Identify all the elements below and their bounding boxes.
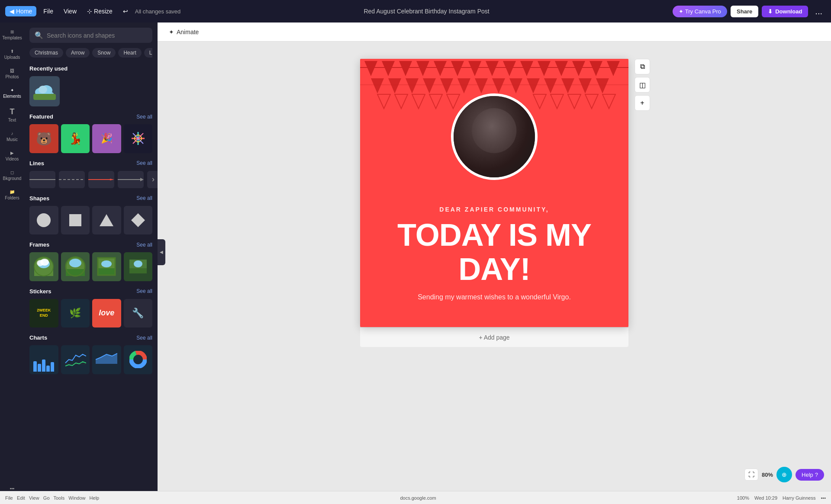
sidebar-item-videos[interactable]: ▶ Videos	[2, 147, 23, 165]
home-button[interactable]: ◀ Home	[5, 6, 36, 16]
tag-arrow[interactable]: Arrow	[66, 48, 90, 58]
frame-3[interactable]	[92, 252, 121, 281]
tag-snow[interactable]: Snow	[92, 48, 116, 58]
featured-item-3[interactable]: 🎉	[92, 124, 121, 153]
panel-toggle[interactable]: ◀	[158, 239, 165, 265]
charts-see-all[interactable]: See all	[136, 335, 152, 341]
download-label: Download	[775, 8, 802, 15]
sticker-3[interactable]: love	[92, 299, 121, 328]
shapes-section: Shapes See all	[29, 195, 152, 235]
profile-picture[interactable]	[451, 93, 538, 180]
canvas-tool-duplicate[interactable]: ◫	[635, 77, 650, 93]
shapes-see-all[interactable]: See all	[136, 195, 152, 201]
save-status: All changes saved	[135, 8, 181, 15]
download-button[interactable]: ⬇ Download	[762, 6, 808, 17]
document-title: Red August Celebrant Birthday Instagram …	[184, 8, 669, 15]
canvas-tool-copy[interactable]: ⧉	[635, 59, 650, 74]
frame-1[interactable]	[29, 252, 58, 281]
chart-bar[interactable]	[29, 345, 58, 374]
stickers-header: Stickers See all	[29, 288, 152, 295]
view-menu-button[interactable]: View	[60, 6, 80, 16]
elements-icon: ✦	[10, 88, 14, 93]
file-menu-button[interactable]: File	[40, 6, 57, 16]
help-label: Help	[802, 472, 813, 478]
more-label: ...	[815, 6, 822, 16]
svg-marker-78	[429, 94, 442, 109]
svg-point-28	[69, 259, 81, 267]
fit-button[interactable]: ⛶	[744, 469, 758, 481]
tag-christmas[interactable]: Christmas	[29, 48, 63, 58]
add-page-label: + Add page	[479, 334, 509, 341]
svg-marker-66	[457, 78, 470, 93]
zoom-controls: ⛶ 80% ⊕ Help ?	[744, 467, 824, 482]
sticker-2[interactable]: 🌿	[61, 299, 90, 328]
charts-title: Charts	[29, 334, 47, 341]
svg-marker-76	[395, 94, 408, 109]
stickers-see-all[interactable]: See all	[136, 288, 152, 294]
animate-button[interactable]: ✦ Animate	[164, 26, 203, 38]
more-options-button[interactable]: ...	[812, 5, 826, 18]
svg-marker-75	[377, 94, 390, 109]
svg-marker-70	[527, 78, 540, 93]
status-right: 100% Wed 10:29 Harry Guinness •••	[737, 495, 826, 501]
card-description: Sending my warmest wishes to a wonderful…	[377, 293, 611, 301]
frames-section: Frames See all	[29, 241, 152, 281]
sidebar-item-background[interactable]: ◻ Bkground	[2, 167, 23, 184]
star-icon: ✦	[679, 8, 683, 15]
shape-diamond[interactable]	[124, 206, 153, 235]
tag-heart[interactable]: Heart	[118, 48, 141, 58]
frames-see-all[interactable]: See all	[136, 242, 152, 248]
svg-marker-49	[416, 61, 429, 76]
resize-button[interactable]: ⊹ Resize	[84, 6, 116, 16]
shape-square[interactable]	[61, 206, 90, 235]
sticker-1[interactable]: 2WEEKEND	[29, 299, 58, 328]
featured-item-4[interactable]	[124, 124, 153, 153]
lines-see-all[interactable]: See all	[136, 160, 152, 166]
line-colored[interactable]	[88, 171, 114, 188]
view-label: View	[64, 8, 77, 15]
svg-rect-35	[129, 268, 147, 273]
sidebar-item-uploads[interactable]: ⬆ Uploads	[2, 45, 23, 63]
search-bar: 🔍	[29, 28, 152, 43]
design-card[interactable]: DEAR ZAPIER COMMUNITY, TODAY IS MY DAY! …	[360, 59, 628, 327]
canvas-workspace[interactable]: ⧉ ◫ +	[351, 42, 637, 491]
chart-line[interactable]	[61, 345, 90, 374]
sidebar-item-elements[interactable]: ✦ Elements	[2, 84, 23, 102]
canvas-tool-add[interactable]: +	[635, 95, 650, 111]
try-pro-button[interactable]: ✦ Try Canva Pro	[673, 6, 727, 17]
add-page-button[interactable]: + Add page	[360, 328, 628, 347]
search-input[interactable]	[47, 32, 147, 39]
shape-circle[interactable]	[29, 206, 58, 235]
featured-item-2[interactable]: 💃	[61, 124, 90, 153]
zoom-button[interactable]: ⊕	[776, 467, 792, 482]
help-button[interactable]: Help ?	[796, 469, 824, 481]
undo-button[interactable]: ↩	[119, 6, 132, 16]
svg-marker-69	[509, 78, 522, 93]
tag-line[interactable]: Lin	[144, 48, 152, 58]
sticker-4[interactable]: 🔧	[124, 299, 153, 328]
featured-see-all[interactable]: See all	[136, 114, 152, 120]
line-solid[interactable]	[29, 171, 55, 188]
featured-section: Featured See all 🐻 💃 🎉	[29, 113, 152, 153]
recent-item-cloud[interactable]	[29, 76, 60, 106]
sidebar-item-folders[interactable]: 📁 Folders	[2, 186, 23, 204]
lines-row: ›	[29, 171, 152, 188]
folders-label: Folders	[5, 196, 19, 200]
frame-4[interactable]	[124, 252, 153, 281]
frame-2[interactable]	[61, 252, 90, 281]
lines-more[interactable]: ›	[147, 171, 158, 188]
sidebar-item-templates[interactable]: ⊞ Templates	[2, 26, 23, 44]
chart-area[interactable]	[92, 345, 121, 374]
more-icon: •••	[10, 486, 15, 491]
chart-pie[interactable]	[124, 345, 153, 374]
sidebar-item-text[interactable]: T Text	[2, 104, 23, 126]
featured-item-1[interactable]: 🐻	[29, 124, 58, 153]
share-button[interactable]: Share	[731, 6, 758, 17]
music-icon: ♪	[11, 131, 13, 136]
svg-marker-81	[551, 94, 564, 109]
sidebar-item-photos[interactable]: 🖼 Photos	[2, 65, 23, 83]
shape-triangle[interactable]	[92, 206, 121, 235]
sidebar-item-music[interactable]: ♪ Music	[2, 128, 23, 145]
line-dashed[interactable]	[59, 171, 85, 188]
line-arrow[interactable]	[118, 171, 144, 188]
